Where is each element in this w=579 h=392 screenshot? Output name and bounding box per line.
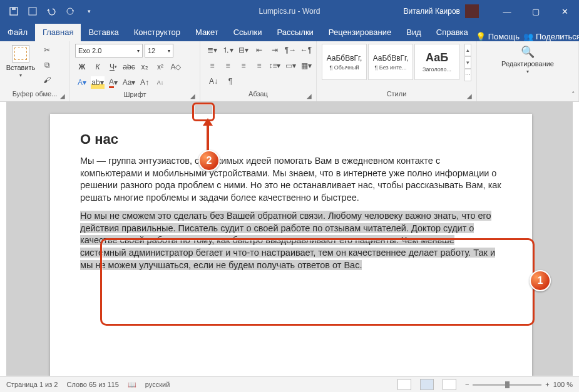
avatar <box>465 4 479 18</box>
cut-icon[interactable]: ✂ <box>40 44 54 56</box>
align-right-button[interactable]: ≡ <box>237 59 250 72</box>
group-label: Шрифт <box>123 91 146 98</box>
close-button[interactable]: ✕ <box>550 0 579 23</box>
styles-launcher-icon[interactable]: ◢ <box>465 91 474 100</box>
borders-button[interactable]: ▦▾ <box>299 59 313 72</box>
shrink-font-button[interactable]: A↓ <box>153 76 167 89</box>
tab-references[interactable]: Ссылки <box>226 24 270 41</box>
group-clipboard: Вставить ▾ ✂ ⧉ 🖌 Буфер обме... ◢ <box>0 41 70 101</box>
view-read-icon[interactable] <box>397 379 411 390</box>
account-area[interactable]: Виталий Каиров <box>403 4 479 18</box>
tab-review[interactable]: Рецензирование <box>321 24 399 41</box>
grow-font-button[interactable]: A↑ <box>138 76 151 89</box>
clipboard-launcher-icon[interactable]: ◢ <box>58 91 67 100</box>
group-font: Exo 2.0▾ 12▾ Ж К Ч ▾ abc x₂ x² A◇ A▾ ab▾… <box>70 41 200 101</box>
font-size-combo[interactable]: 12▾ <box>145 44 173 58</box>
annotation-arrow-head <box>203 118 213 126</box>
redo-icon[interactable] <box>61 3 79 20</box>
increase-indent-button[interactable]: ⇥ <box>268 44 282 56</box>
sort-button[interactable]: A↓ <box>205 75 222 88</box>
paste-button[interactable]: Вставить ▾ <box>5 44 36 79</box>
group-styles: АаБбВвГг,¶ Обычный АаБбВвГг,¶ Без инте..… <box>317 41 477 101</box>
style-normal[interactable]: АаБбВвГг,¶ Обычный <box>322 44 367 80</box>
view-web-icon[interactable] <box>443 379 456 390</box>
clear-format-icon[interactable]: A◇ <box>169 61 183 73</box>
align-center-button[interactable]: ≡ <box>221 59 235 72</box>
italic-button[interactable]: К <box>91 61 105 73</box>
bold-button[interactable]: Ж <box>75 61 89 73</box>
group-label: Буфер обме... <box>13 90 58 98</box>
justify-button[interactable]: ≡ <box>252 59 266 72</box>
rtl-button[interactable]: ←¶ <box>299 44 313 56</box>
zoom-slider[interactable] <box>473 384 541 386</box>
group-editing: 🔍 Редактирование ▾ <box>477 41 579 101</box>
maximize-button[interactable]: ▢ <box>521 0 550 23</box>
tab-view[interactable]: Вид <box>399 24 429 41</box>
zoom-control[interactable]: − + 100 % <box>465 381 573 388</box>
shading-button[interactable]: ▭▾ <box>284 59 297 72</box>
zoom-in-icon[interactable]: + <box>545 381 549 388</box>
align-left-button[interactable]: ≡ <box>205 59 219 72</box>
font-launcher-icon[interactable]: ◢ <box>188 91 197 100</box>
clipboard-icon <box>12 45 29 63</box>
ribbon: Вставить ▾ ✂ ⧉ 🖌 Буфер обме... ◢ Exo 2.0… <box>0 41 579 102</box>
tab-home[interactable]: Главная <box>35 24 81 41</box>
subscript-button[interactable]: x₂ <box>138 61 151 73</box>
doc-heading: О нас <box>80 131 502 148</box>
bullets-button[interactable]: ≣▾ <box>205 44 219 56</box>
change-case-button[interactable]: Aa▾ <box>122 76 136 89</box>
style-nospacing[interactable]: АаБбВвГг,¶ Без инте... <box>368 44 413 80</box>
ribbon-tabs: Файл Главная Вставка Конструктор Макет С… <box>0 23 579 41</box>
highlight-button[interactable]: ab▾ <box>91 76 105 89</box>
help-button[interactable]: 💡 Помощь <box>476 32 520 41</box>
decrease-indent-button[interactable]: ⇤ <box>252 44 266 56</box>
ltr-button[interactable]: ¶→ <box>284 44 297 56</box>
paragraph-launcher-icon[interactable]: ◢ <box>305 91 314 100</box>
svg-rect-2 <box>29 8 36 15</box>
spellcheck-icon[interactable]: 📖 <box>128 381 136 389</box>
tab-mailings[interactable]: Рассылки <box>269 24 320 41</box>
qat-more-icon[interactable]: ▾ <box>80 3 98 20</box>
annotation-badge-1: 1 <box>530 270 551 291</box>
collapse-ribbon-icon[interactable]: ˄ <box>571 91 575 99</box>
tab-insert[interactable]: Вставка <box>81 24 126 41</box>
font-name-combo[interactable]: Exo 2.0▾ <box>75 44 143 58</box>
font-color-button[interactable]: A▾ <box>106 76 120 89</box>
group-label: Абзац <box>249 90 268 98</box>
window-title: Lumpics.ru - Word <box>259 7 320 16</box>
text-effects-button[interactable]: A▾ <box>75 76 89 89</box>
show-marks-button[interactable]: ¶ <box>223 75 237 88</box>
group-label: Стили <box>387 90 407 98</box>
line-spacing-button[interactable]: ↕≡▾ <box>268 59 282 72</box>
zoom-value[interactable]: 100 % <box>553 381 573 388</box>
minimize-button[interactable]: — <box>493 0 521 23</box>
copy-icon[interactable]: ⧉ <box>40 59 54 71</box>
status-language[interactable]: русский <box>145 381 170 388</box>
multilevel-button[interactable]: ⊟▾ <box>237 44 250 56</box>
underline-button[interactable]: Ч ▾ <box>106 61 120 73</box>
save-icon[interactable] <box>24 3 41 20</box>
numbering-button[interactable]: ⒈▾ <box>221 44 235 56</box>
view-print-icon[interactable] <box>420 379 434 390</box>
tab-design[interactable]: Конструктор <box>126 24 188 41</box>
undo-icon[interactable] <box>43 3 60 20</box>
group-paragraph: ≣▾ ⒈▾ ⊟▾ ⇤ ⇥ ¶→ ←¶ ≡ ≡ ≡ ≡ ↕≡▾ ▭▾ ▦▾ <box>200 41 317 101</box>
format-painter-icon[interactable]: 🖌 <box>40 74 54 86</box>
doc-paragraph-1: Мы — группа энтузиастов, одержимых идеей… <box>80 155 502 204</box>
svg-rect-1 <box>12 8 16 10</box>
style-scroll[interactable]: ▴▾⋯ <box>464 44 471 81</box>
style-heading1[interactable]: АаБЗаголово... <box>414 44 459 80</box>
status-words[interactable]: Слово 65 из 115 <box>66 381 118 388</box>
style-gallery[interactable]: АаБбВвГг,¶ Обычный АаБбВвГг,¶ Без инте..… <box>322 44 459 80</box>
tab-file[interactable]: Файл <box>0 24 35 41</box>
superscript-button[interactable]: x² <box>153 61 167 73</box>
status-page[interactable]: Страница 1 из 2 <box>6 381 58 388</box>
zoom-out-icon[interactable]: − <box>465 381 469 388</box>
editing-button[interactable]: 🔍 Редактирование ▾ <box>498 44 557 76</box>
autosave-icon[interactable] <box>5 3 23 20</box>
tab-layout[interactable]: Макет <box>188 24 226 41</box>
share-button[interactable]: 👥 Поделиться <box>523 32 579 41</box>
tab-help[interactable]: Справка <box>429 24 476 41</box>
search-icon: 🔍 <box>521 45 535 59</box>
strike-button[interactable]: abc <box>122 61 136 73</box>
